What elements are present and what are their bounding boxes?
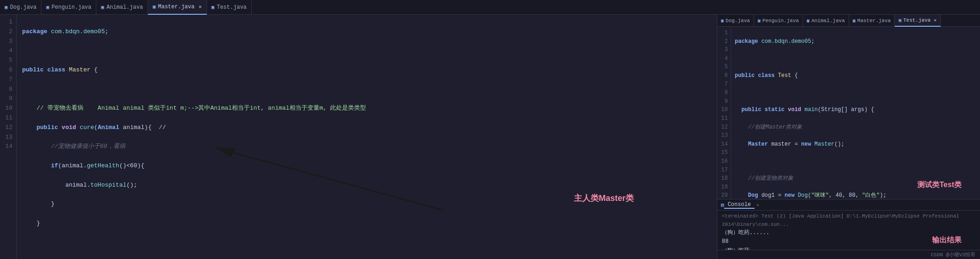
right-line-numbers: 1234567891011121314151617181920 xyxy=(717,27,731,199)
tab-animal-java[interactable]: ▣ Animal.java xyxy=(96,0,148,15)
java-file-icon: ▣ xyxy=(153,4,156,10)
java-file-icon: ▣ xyxy=(212,4,215,10)
main-area: 1234567891011121314 package com.bdqn.dem… xyxy=(0,15,980,259)
right-tab-label: Test.java xyxy=(903,18,930,23)
main-tab-bar: ▣ Dog.java ▣ Penguin.java ▣ Animal.java … xyxy=(0,0,980,15)
console-content: <terminated> Test (2) [Java Application]… xyxy=(717,211,980,250)
right-tab-label: Animal.java xyxy=(811,18,845,24)
right-pane: ▣ Dog.java ▣ Penguin.java ▣ Animal.java … xyxy=(717,15,980,259)
tab-dog-java[interactable]: ▣ Dog.java xyxy=(0,0,41,15)
tab-label: Animal.java xyxy=(106,4,143,11)
right-tab-label: Dog.java xyxy=(726,18,750,24)
code-content[interactable]: package com.bdqn.demo05; public class Ma… xyxy=(17,15,717,259)
line-numbers: 1234567891011121314 xyxy=(0,15,17,259)
java-file-icon: ▣ xyxy=(46,4,49,10)
tab-penguin-java[interactable]: ▣ Penguin.java xyxy=(41,0,96,15)
right-tab-label: Master.java xyxy=(857,18,891,24)
java-file-icon: ▣ xyxy=(721,18,724,24)
close-console-icon[interactable]: ✕ xyxy=(756,202,759,208)
right-tab-bar: ▣ Dog.java ▣ Penguin.java ▣ Animal.java … xyxy=(717,15,980,27)
close-right-tab-icon[interactable]: ✕ xyxy=(934,18,937,23)
java-file-icon: ▣ xyxy=(5,4,8,10)
right-code-content[interactable]: package com.bdqn.demo05; public class Te… xyxy=(731,27,980,199)
console-line-3: （狗）吃药...... xyxy=(722,247,975,250)
console-tab-bar: ▤ Console ✕ xyxy=(717,200,980,211)
java-file-icon: ▣ xyxy=(807,18,809,24)
tab-label: Test.java xyxy=(217,4,247,11)
console-footer: CSDN @小猪VS恒哥 xyxy=(717,250,980,259)
master-class-label: 主人类Master类 xyxy=(574,193,634,204)
close-tab-icon[interactable]: ✕ xyxy=(199,4,202,10)
tab-test-java[interactable]: ▣ Test.java xyxy=(207,0,252,15)
tab-label: Master.java xyxy=(158,4,195,10)
right-tab-label: Penguin.java xyxy=(762,18,799,24)
java-file-icon: ▣ xyxy=(101,4,104,10)
master-code-area[interactable]: 1234567891011121314 package com.bdqn.dem… xyxy=(0,15,717,259)
console-terminated: <terminated> Test (2) [Java Application]… xyxy=(722,212,975,229)
right-tab-animal[interactable]: ▣ Animal.java xyxy=(803,15,849,27)
java-file-icon: ▣ xyxy=(853,18,856,24)
console-tab-label: Console xyxy=(728,201,751,208)
console-icon: ▤ xyxy=(721,202,724,208)
tab-label: Dog.java xyxy=(10,4,37,11)
console-tab[interactable]: Console xyxy=(724,201,755,209)
right-tab-master[interactable]: ▣ Master.java xyxy=(849,15,895,27)
right-tab-test[interactable]: ▣ Test.java ✕ xyxy=(895,15,940,27)
left-editor-pane: 1234567891011121314 package com.bdqn.dem… xyxy=(0,15,717,259)
right-tab-penguin[interactable]: ▣ Penguin.java xyxy=(754,15,803,27)
tab-label: Penguin.java xyxy=(52,4,91,11)
java-file-icon: ▣ xyxy=(898,18,901,23)
right-tab-dog[interactable]: ▣ Dog.java xyxy=(717,15,754,27)
java-file-icon: ▣ xyxy=(758,18,761,24)
output-label: 输出结果 xyxy=(932,235,962,245)
footer-text: CSDN @小猪VS恒哥 xyxy=(931,251,975,258)
console-area: ▤ Console ✕ <terminated> Test (2) [Java … xyxy=(717,199,980,259)
right-code-area[interactable]: 1234567891011121314151617181920 package … xyxy=(717,27,980,199)
test-class-label: 测试类Test类 xyxy=(917,180,962,190)
tab-master-java[interactable]: ▣ Master.java ✕ xyxy=(148,0,207,15)
